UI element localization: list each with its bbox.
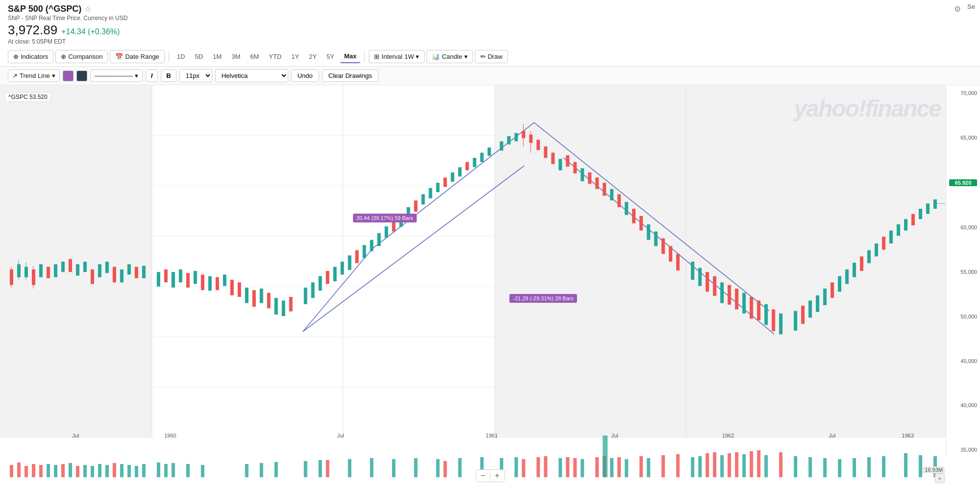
settings-area: ⚙ Se (952, 3, 975, 15)
svg-rect-88 (514, 133, 518, 141)
svg-rect-161 (573, 458, 577, 477)
time-btn-1m[interactable]: 1M (209, 50, 226, 63)
chart-svg (0, 85, 946, 438)
main-toolbar: ⊕ Indicators ⊕ Comparison 📅 Date Range 1… (0, 47, 980, 67)
svg-rect-91 (536, 140, 540, 150)
svg-rect-58 (282, 300, 285, 316)
svg-rect-130 (838, 276, 841, 292)
svg-rect-37 (120, 269, 124, 282)
svg-rect-64 (333, 267, 337, 282)
price-axis: 70,000 65,000 65.920 60,000 55,000 50,00… (946, 85, 980, 458)
svg-rect-109 (669, 246, 672, 262)
svg-rect-218 (838, 459, 841, 477)
price-tick-40000: 40,000 (949, 402, 977, 408)
svg-rect-173 (757, 450, 760, 477)
svg-rect-82 (466, 162, 469, 170)
svg-rect-63 (326, 271, 329, 284)
plus-icon: ⊕ (13, 53, 19, 60)
font-family-select[interactable]: HelveticaArialTimes New Roman (215, 69, 288, 82)
svg-rect-76 (422, 194, 425, 204)
svg-rect-128 (823, 289, 827, 305)
svg-rect-187 (164, 464, 168, 477)
scroll-right-button[interactable]: » (935, 473, 945, 483)
volume-label: 16.93M (923, 466, 945, 473)
svg-rect-192 (260, 463, 263, 477)
line-style-select[interactable]: —————— ▾ (90, 70, 143, 82)
time-tick-1961: 1961 (486, 433, 498, 438)
svg-rect-43 (172, 272, 175, 288)
volume-svg (0, 436, 946, 477)
date-range-button[interactable]: 📅 Date Range (110, 50, 164, 63)
svg-rect-191 (245, 464, 249, 477)
svg-rect-177 (69, 463, 72, 477)
time-tick-1963: 1963 (902, 433, 914, 438)
svg-rect-180 (98, 464, 101, 477)
svg-rect-159 (544, 456, 547, 477)
interval-button[interactable]: ⊞ Interval 1W ▾ (369, 50, 425, 63)
svg-rect-214 (764, 455, 768, 477)
time-tick-jul62: Jul (829, 433, 835, 438)
color-swatch-purple[interactable] (63, 71, 74, 81)
svg-rect-172 (750, 451, 753, 477)
svg-rect-31 (76, 264, 79, 275)
indicators-button[interactable]: ⊕ Indicators (8, 50, 53, 63)
svg-rect-71 (385, 226, 388, 238)
time-btn-ytd[interactable]: YTD (265, 50, 285, 63)
svg-rect-33 (91, 269, 94, 284)
italic-button[interactable]: I (146, 70, 158, 82)
time-btn-3m[interactable]: 3M (227, 50, 244, 63)
star-icon[interactable]: ☆ (84, 4, 91, 14)
color-swatch-dark[interactable] (76, 71, 87, 81)
svg-rect-190 (201, 465, 204, 477)
zoom-controls: − + (476, 469, 504, 482)
svg-rect-220 (867, 457, 871, 477)
svg-rect-206 (580, 459, 584, 477)
svg-rect-195 (319, 460, 322, 477)
chart-container[interactable]: ^GSPC 53.520 yahoo!finance (0, 85, 980, 487)
time-btn-6m[interactable]: 6M (246, 50, 263, 63)
clear-drawings-button[interactable]: Clear Drawings (322, 70, 378, 82)
svg-rect-207 (610, 458, 613, 477)
svg-rect-107 (654, 232, 657, 246)
candle-icon: 📊 (432, 53, 440, 60)
settings-label[interactable]: Se (967, 3, 975, 15)
annotation1-text: 20.44 (39.17%) 59 Bars (356, 215, 413, 221)
undo-button[interactable]: Undo (291, 70, 319, 82)
time-btn-1y[interactable]: 1Y (287, 50, 303, 63)
svg-rect-108 (661, 238, 665, 254)
draw-icon: ✏ (480, 53, 486, 60)
font-size-select[interactable]: 11px12px14px16px (179, 69, 212, 82)
indicators-label: Indicators (21, 53, 48, 60)
svg-rect-175 (47, 464, 50, 477)
price-tick-35000: 35,000 (949, 447, 977, 453)
ticker-subtitle: SNP - SNP Real Time Price. Currency in U… (8, 15, 972, 22)
time-btn-5y[interactable]: 5Y (323, 50, 338, 63)
bold-button[interactable]: B (161, 70, 176, 82)
toolbar-divider-2 (364, 52, 365, 62)
svg-rect-124 (794, 311, 797, 331)
settings-icon[interactable]: ⚙ (952, 3, 963, 15)
candle-button[interactable]: 📊 Candle ▾ (427, 50, 473, 63)
zoom-out-button[interactable]: − (476, 470, 490, 482)
time-btn-2y[interactable]: 2Y (305, 50, 321, 63)
svg-rect-60 (304, 288, 307, 304)
ticker-name: S&P 500 (^GSPC) (8, 4, 81, 14)
svg-rect-80 (451, 172, 454, 182)
svg-rect-65 (341, 262, 344, 274)
zoom-in-button[interactable]: + (490, 470, 504, 482)
time-tick-1962: 1962 (722, 433, 734, 438)
time-btn-1d[interactable]: 1D (173, 50, 189, 63)
svg-rect-176 (54, 465, 57, 477)
price-tick-55000: 55,000 (949, 269, 977, 275)
svg-rect-209 (647, 458, 650, 477)
draw-button[interactable]: ✏ Draw (475, 50, 508, 63)
svg-rect-100 (603, 183, 606, 195)
comparison-button[interactable]: ⊕ Comparison (55, 50, 108, 63)
svg-rect-62 (319, 276, 322, 291)
svg-rect-83 (473, 158, 477, 167)
time-btn-max[interactable]: Max (340, 50, 360, 63)
trend-line-select[interactable]: ↗ Trend Line ▾ (8, 70, 60, 82)
svg-rect-208 (625, 459, 628, 477)
time-btn-5d[interactable]: 5D (191, 50, 207, 63)
svg-rect-81 (458, 167, 462, 176)
